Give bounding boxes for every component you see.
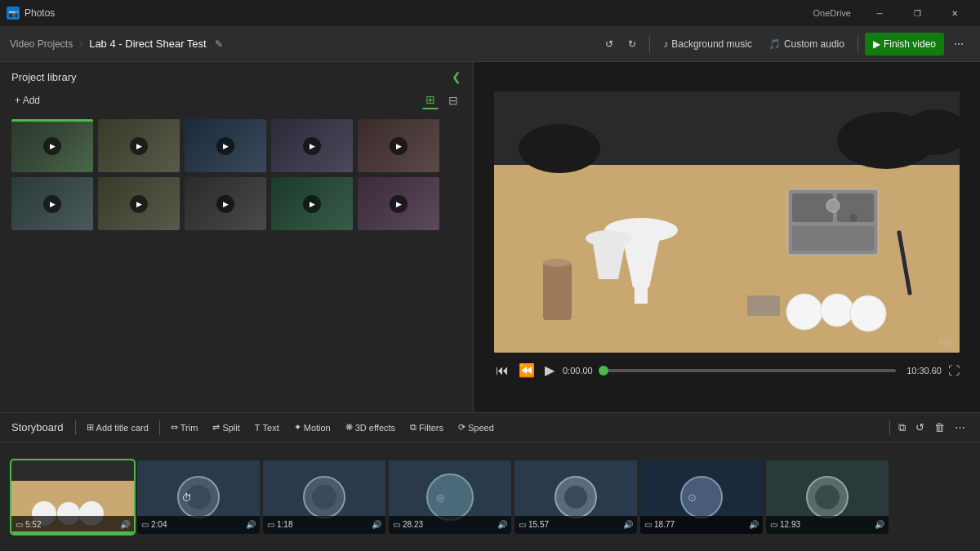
svg-point-36 — [427, 474, 473, 520]
monitor-icon: ▭ — [644, 520, 652, 529]
redo-button[interactable]: ↻ — [621, 33, 643, 56]
speed-icon: ⟳ — [458, 422, 466, 433]
monitor-icon: ▭ — [770, 520, 777, 529]
add-title-card-button[interactable]: ⊞ Add title card — [81, 418, 154, 438]
edit-title-icon[interactable]: ✎ — [215, 38, 223, 50]
storyboard-right-divider — [889, 420, 890, 435]
storyboard-clip-7[interactable]: ▭ 12.93 🔊 — [766, 460, 889, 534]
video-controls: ⏮ ⏪ ▶ 0:00.00 10:30.60 ⛶ — [494, 353, 960, 383]
finish-video-button[interactable]: ▶ Finish video — [865, 33, 944, 56]
clip-label-bar: ▭ 18.77 🔊 — [640, 516, 763, 534]
collapse-panel-button[interactable]: ❮ — [452, 70, 461, 83]
storyboard-clip-4[interactable]: ◎ ▭ 28.23 🔊 — [389, 460, 511, 534]
clip-label-bar: ▭ 2:04 🔊 — [137, 516, 260, 534]
monitor-icon: ▭ — [141, 520, 149, 529]
duplicate-clip-button[interactable]: ⧉ — [895, 420, 909, 436]
delete-clip-button[interactable]: 🗑 — [931, 420, 948, 435]
svg-text:⊙: ⊙ — [688, 491, 697, 504]
library-thumbnail[interactable]: ▶ — [11, 119, 93, 172]
library-thumbnail[interactable]: ▶ — [358, 119, 439, 172]
text-button[interactable]: T Text — [249, 418, 285, 438]
svg-point-34 — [312, 485, 336, 509]
library-thumbnail[interactable]: ▶ — [185, 119, 266, 172]
audio-wave-icon: 🔊 — [875, 520, 884, 529]
audio-wave-icon: 🔊 — [246, 520, 256, 529]
add-media-button[interactable]: + Add — [11, 93, 43, 108]
storyboard-clip-1[interactable]: ▭ 5:52 🔊 — [11, 460, 134, 534]
custom-audio-button[interactable]: 🎵 Custom audio — [762, 33, 851, 56]
maximize-button[interactable]: ❐ — [898, 0, 936, 26]
motion-button[interactable]: ✦ Motion — [288, 418, 336, 438]
progress-bar[interactable] — [604, 369, 896, 372]
grid-view-button-2[interactable]: ⊟ — [445, 92, 461, 109]
close-button[interactable]: ✕ — [936, 0, 973, 26]
library-thumbnail[interactable]: ▶ — [358, 177, 439, 230]
library-thumbnail[interactable]: ▶ — [271, 177, 353, 230]
filters-button[interactable]: ⧉ Filters — [404, 418, 449, 438]
rewind-button[interactable]: ⏮ — [494, 362, 510, 380]
step-back-button[interactable]: ⏪ — [517, 361, 537, 380]
effects-3d-label: 3D effects — [355, 423, 395, 433]
fullscreen-button[interactable]: ⛶ — [948, 364, 960, 377]
storyboard-clip-6[interactable]: ⊙ ▭ 18.77 🔊 — [640, 460, 763, 534]
svg-point-16 — [786, 294, 822, 330]
library-thumbnail[interactable]: ▶ — [271, 119, 353, 172]
clip-duration: ▭ 5:52 — [16, 520, 41, 529]
finish-video-label: Finish video — [884, 38, 936, 50]
library-thumbnail[interactable]: ▶ — [98, 119, 180, 172]
grid-view-button-1[interactable]: ⊞ — [422, 91, 439, 109]
motion-icon: ✦ — [294, 422, 301, 433]
storyboard-divider-2 — [159, 420, 160, 435]
trim-label: Trim — [180, 423, 198, 433]
svg-text:⏱: ⏱ — [182, 492, 192, 504]
play-icon: ▶ — [216, 137, 234, 155]
storyboard-clip-3[interactable]: ▭ 1:18 🔊 — [263, 460, 385, 534]
bottom-section: Storyboard ⊞ Add title card ⇔ Trim ⇌ Spl… — [0, 412, 980, 551]
total-duration: 10:30.60 — [902, 366, 942, 375]
progress-thumb[interactable] — [599, 366, 608, 375]
audio-wave-icon: 🔊 — [749, 520, 759, 529]
text-label: Text — [263, 423, 279, 433]
clip-label-bar: ▭ 15.57 🔊 — [514, 516, 637, 534]
svg-rect-24 — [11, 460, 134, 481]
svg-rect-22 — [747, 295, 780, 316]
trim-button[interactable]: ⇔ Trim — [165, 418, 204, 438]
custom-audio-label: Custom audio — [784, 38, 844, 50]
onedrive-label: OneDrive — [813, 8, 851, 18]
breadcrumb-parent[interactable]: Video Projects — [10, 38, 73, 50]
library-thumbnail[interactable]: ▶ — [185, 177, 266, 230]
play-icon: ▶ — [303, 137, 321, 155]
svg-point-20 — [543, 259, 571, 267]
monitor-icon: ▭ — [267, 520, 274, 529]
storyboard-clip-2[interactable]: ⏱ ▭ 2:04 🔊 — [137, 460, 260, 534]
library-thumbnail[interactable]: ▶ — [98, 177, 180, 230]
svg-point-4 — [519, 124, 600, 173]
svg-point-40 — [564, 486, 587, 509]
left-panel: Project library ❮ + Add ⊞ ⊟ ▶ ▶ ▶ ▶ ▶ — [0, 62, 474, 412]
storyboard-title: Storyboard — [11, 421, 64, 433]
audio-icon: 🎵 — [768, 38, 781, 50]
minimize-button[interactable]: ─ — [861, 0, 898, 26]
video-scene: logi — [494, 91, 960, 353]
storyboard-clip-5[interactable]: ▭ 15.57 🔊 — [514, 460, 637, 534]
filters-label: Filters — [419, 423, 443, 433]
clip-duration: ▭ 12.93 — [770, 520, 800, 529]
library-thumbnail[interactable]: ▶ — [11, 177, 93, 230]
audio-wave-icon: 🔊 — [497, 520, 507, 529]
clip-label-bar: ▭ 12.93 🔊 — [766, 516, 889, 534]
background-music-button[interactable]: ♪ Background music — [657, 33, 759, 56]
undo-button[interactable]: ↺ — [599, 33, 620, 56]
music-icon: ♪ — [663, 38, 668, 50]
3d-effects-button[interactable]: ❋ 3D effects — [340, 418, 401, 438]
speed-button[interactable]: ⟳ Speed — [452, 418, 500, 438]
split-button[interactable]: ⇌ Split — [207, 418, 245, 438]
finish-icon: ▶ — [873, 38, 880, 50]
more-clip-options-button[interactable]: ⋯ — [951, 420, 969, 435]
monitor-icon: ▭ — [393, 520, 400, 529]
play-pause-button[interactable]: ▶ — [543, 361, 556, 380]
window-controls: ─ ❐ ✕ — [861, 0, 973, 26]
undo-clip-button[interactable]: ↺ — [912, 420, 928, 435]
toolbar: Video Projects › Lab 4 - Direct Shear Te… — [0, 26, 980, 62]
more-options-button[interactable]: ⋯ — [947, 33, 970, 56]
clip-duration: ▭ 28.23 — [393, 520, 423, 529]
